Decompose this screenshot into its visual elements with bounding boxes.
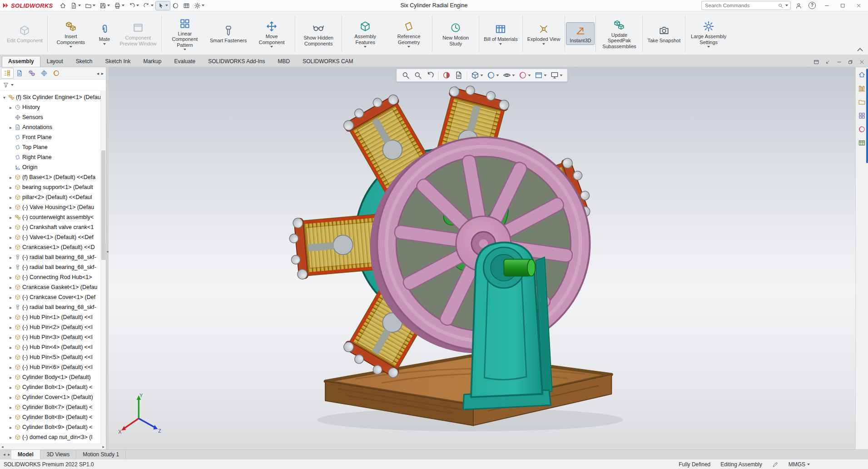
quick-access-button[interactable] [156, 1, 170, 10]
tree-horizontal-scrollbar[interactable]: ◂ ▸ [0, 444, 106, 449]
tree-expand-arrow[interactable] [8, 285, 13, 290]
help-button[interactable]: ? [807, 1, 818, 10]
tree-expand-arrow[interactable] [8, 295, 13, 300]
view-tool-button[interactable] [424, 70, 436, 80]
dropdown-caret-icon[interactable] [512, 75, 515, 76]
tree-expand-arrow[interactable] [8, 175, 13, 180]
tree-expand-arrow[interactable] [8, 405, 13, 410]
engine-3d-model[interactable]: Y X Z [109, 67, 855, 449]
dropdown-caret-icon[interactable] [544, 75, 547, 76]
view-tool-button[interactable] [501, 70, 517, 80]
quick-access-button[interactable] [170, 1, 181, 10]
tree-expand-arrow[interactable] [8, 245, 13, 250]
ribbon-button[interactable]: Show Hidden Components [297, 20, 340, 47]
tree-item[interactable]: (-) Hub Pin<2> (Default) <<I [1, 322, 100, 332]
tree-item[interactable]: (-) Valve<1> (Default) <<Def [1, 232, 100, 242]
document-window-control[interactable] [834, 59, 844, 65]
tree-item[interactable]: (-) Valve Housing<1> (Defau [1, 202, 100, 212]
tree-expand-arrow[interactable] [8, 125, 13, 130]
tree-expand-arrow[interactable] [8, 345, 13, 350]
ribbon-button[interactable]: Insert Components [49, 19, 93, 49]
document-window-control[interactable] [845, 59, 856, 65]
ribbon-button[interactable]: Update SpeedPak Subassemblies [597, 17, 641, 50]
tree-item[interactable]: Origin [1, 162, 100, 172]
commandmanager-tab[interactable]: SOLIDWORKS Add-Ins [202, 56, 271, 67]
tree-item[interactable]: Cylinder Bolt<7> (Default) < [1, 402, 100, 412]
tree-item[interactable]: Cylinder Bolt<8> (Default) < [1, 412, 100, 422]
tree-item[interactable]: (f) Base<1> (Default) <<Defa [1, 172, 100, 182]
graphics-area[interactable]: Y X Z [109, 67, 855, 449]
tree-item[interactable]: (-) Crankcase Cover<1> (Def [1, 292, 100, 302]
quick-access-button[interactable] [98, 1, 112, 10]
quick-access-button[interactable] [69, 1, 83, 10]
document-window-control[interactable] [811, 59, 822, 65]
tree-item[interactable]: (-) counterweight assembly< [1, 212, 100, 222]
quick-access-button[interactable] [181, 1, 192, 10]
ribbon-button[interactable]: Exploded View [524, 21, 564, 45]
tree-item[interactable]: History [1, 102, 100, 112]
tab-scroll-right-arrow[interactable]: ▸ [7, 450, 12, 459]
tree-expand-arrow[interactable] [8, 255, 13, 260]
tree-item[interactable]: (-) Hub Pin<3> (Default) <<I [1, 332, 100, 342]
ribbon-button[interactable]: Large Assembly Settings [687, 19, 730, 49]
commandmanager-tab[interactable]: SOLIDWORKS CAM [296, 56, 359, 67]
dropdown-caret-icon[interactable] [496, 75, 499, 76]
tree-item[interactable]: Front Plane [1, 132, 100, 142]
dropdown-caret-icon[interactable] [481, 75, 483, 76]
model-tab[interactable]: Model [11, 450, 40, 459]
quick-access-button[interactable] [83, 1, 97, 10]
view-tool-button[interactable] [412, 70, 424, 80]
tree-expand-arrow[interactable] [8, 225, 13, 230]
view-tool-button[interactable] [469, 70, 485, 80]
ribbon-button[interactable]: Move Component [250, 19, 293, 49]
tree-expand-arrow[interactable] [8, 325, 13, 330]
quick-access-button[interactable] [141, 1, 155, 10]
ribbon-button[interactable]: Smart Fasteners [207, 23, 250, 44]
model-tab[interactable]: Motion Study 1 [76, 450, 126, 459]
tree-item[interactable]: Top Plane [1, 142, 100, 152]
filter-icon[interactable] [3, 82, 9, 88]
tree-item[interactable]: Crankcase<1> (Default) <<D [1, 242, 100, 252]
tree-expand-arrow[interactable] [8, 275, 13, 280]
ribbon-button[interactable]: Mate [93, 21, 116, 45]
tree-item[interactable]: Cylinder Cover<1> (Default) [1, 392, 100, 402]
manager-tab[interactable] [1, 68, 13, 78]
ribbon-button[interactable]: Instant3D [566, 23, 594, 44]
ribbon-button[interactable]: New Motion Study [434, 20, 477, 47]
view-tool-button[interactable] [485, 70, 501, 80]
tree-expand-arrow[interactable] [2, 95, 7, 100]
manager-tab[interactable] [14, 68, 25, 78]
tree-expand-arrow[interactable] [8, 315, 13, 320]
manager-tab[interactable] [26, 68, 38, 78]
tree-expand-arrow[interactable] [8, 235, 13, 240]
tree-item[interactable]: Cylinder Bolt<9> (Default) < [1, 422, 100, 432]
search-commands-box[interactable] [701, 1, 791, 10]
task-pane-button[interactable] [857, 111, 867, 120]
view-tool-button[interactable] [453, 70, 465, 80]
tree-vertical-scrollbar[interactable] [100, 90, 106, 444]
maximize-window-button[interactable] [836, 2, 849, 10]
tree-item[interactable]: (-) radial ball bearing_68_skf- [1, 302, 100, 312]
view-tool-button[interactable] [441, 70, 453, 80]
view-tool-button[interactable] [400, 70, 412, 80]
search-scope-caret-icon[interactable] [785, 5, 788, 6]
document-window-control[interactable] [823, 59, 833, 65]
tree-expand-arrow[interactable] [8, 415, 13, 420]
view-tool-button[interactable] [517, 70, 533, 80]
tree-item[interactable]: (-) Hub Pin<1> (Default) <<I [1, 312, 100, 322]
commandmanager-tab[interactable]: Assembly [2, 56, 40, 67]
tree-expand-arrow[interactable] [8, 305, 13, 310]
filter-caret-icon[interactable] [11, 84, 14, 86]
ribbon-button[interactable]: Reference Geometry [387, 19, 431, 49]
units-selector[interactable]: MMGS [789, 461, 810, 468]
tree-expand-arrow[interactable] [8, 435, 13, 440]
tree-item[interactable]: (-) radial ball bearing_68_skf- [1, 262, 100, 272]
tree-item[interactable]: (-) radial ball bearing_68_skf- [1, 252, 100, 262]
tree-filter-input[interactable] [15, 81, 103, 89]
scroll-right-arrow[interactable]: ▸ [101, 444, 106, 449]
commandmanager-tab[interactable]: Layout [40, 56, 69, 67]
tree-expand-arrow[interactable] [8, 395, 13, 400]
panel-tab-scroll-right-arrow[interactable]: ▸ [100, 71, 104, 76]
tree-item[interactable]: Cylinder Bolt<1> (Default) < [1, 382, 100, 392]
commandmanager-tab[interactable]: Evaluate [168, 56, 202, 67]
